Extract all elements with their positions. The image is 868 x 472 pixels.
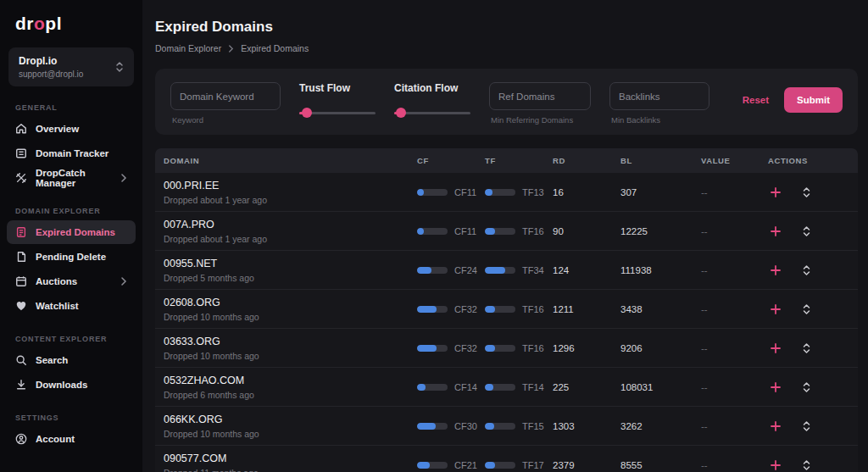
keyword-input[interactable]	[170, 82, 281, 110]
sidebar-item-auctions[interactable]: Auctions	[7, 269, 136, 293]
value-cell: --	[701, 265, 768, 275]
pending-delete-file-icon	[15, 251, 27, 263]
bl-value: 3262	[620, 421, 701, 431]
keyword-helper: Keyword	[170, 115, 281, 125]
tf-bar	[485, 423, 515, 430]
page-title: Expired Domains	[155, 19, 858, 36]
domain-dropped-text: Dropped about 1 year ago	[164, 234, 417, 244]
sidebar-item-expired-domains[interactable]: Expired Domains	[7, 220, 136, 244]
table-row: 007A.PRO Dropped about 1 year ago CF11 T…	[155, 212, 858, 251]
tf-bar-fill	[485, 423, 494, 430]
tf-bar	[485, 306, 515, 313]
cf-label: CF32	[454, 343, 477, 353]
backlinks-filter: Min Backlinks	[609, 82, 709, 125]
domain-name[interactable]: 007A.PRO	[164, 219, 417, 230]
expand-row-button[interactable]	[800, 263, 813, 278]
add-domain-button[interactable]	[768, 224, 783, 239]
value-cell: --	[701, 460, 768, 470]
citation-flow-slider-thumb[interactable]	[396, 108, 406, 118]
sidebar-item-watchlist[interactable]: Watchlist	[7, 294, 136, 318]
cf-bar	[417, 306, 448, 313]
sidebar-item-downloads[interactable]: Downloads	[7, 373, 136, 397]
ref-domains-filter: Min Referring Domains	[489, 82, 591, 125]
tf-cell: TF13	[485, 187, 553, 197]
add-domain-button[interactable]	[768, 380, 783, 395]
breadcrumb-parent[interactable]: Domain Explorer	[155, 43, 221, 53]
col-header-actions: ACTIONS	[768, 156, 849, 165]
backlinks-helper: Min Backlinks	[609, 115, 709, 125]
actions-cell	[768, 458, 849, 472]
domain-name[interactable]: 066KK.ORG	[164, 414, 417, 425]
domain-dropped-text: Dropped 6 months ago	[164, 390, 417, 400]
cf-bar-fill	[417, 384, 426, 391]
sidebar-item-account[interactable]: Account	[7, 427, 136, 451]
backlinks-input[interactable]	[609, 82, 709, 110]
domain-cell: 00955.NET Dropped 5 months ago	[164, 258, 417, 283]
add-domain-button[interactable]	[768, 185, 783, 200]
add-domain-button[interactable]	[768, 302, 783, 317]
sidebar-item-label: Watchlist	[36, 301, 79, 311]
cf-bar-fill	[417, 462, 430, 469]
expand-row-button[interactable]	[800, 380, 813, 395]
reset-button[interactable]: Reset	[743, 95, 769, 105]
cf-cell: CF24	[417, 265, 485, 275]
domain-name[interactable]: 000.PRI.EE	[164, 180, 417, 192]
trust-flow-slider[interactable]	[299, 108, 376, 118]
actions-cell	[768, 302, 849, 317]
add-domain-button[interactable]	[768, 341, 783, 356]
account-switcher[interactable]: Dropl.io support@dropl.io	[8, 47, 134, 86]
cf-bar	[417, 345, 448, 352]
tf-cell: TF16	[485, 343, 553, 353]
sidebar: dropl Dropl.io support@dropl.io GENERAL …	[0, 0, 142, 472]
domain-cell: 03633.ORG Dropped 10 months ago	[164, 336, 417, 361]
expand-row-button[interactable]	[800, 302, 813, 317]
filter-bar: Keyword Trust Flow Citation Flow Min Ref…	[155, 69, 858, 135]
sidebar-item-label: Domain Tracker	[36, 148, 108, 158]
expand-row-button[interactable]	[800, 458, 813, 472]
sidebar-item-overview[interactable]: Overview	[7, 117, 136, 141]
actions-cell	[768, 224, 849, 239]
expand-row-button[interactable]	[800, 185, 813, 200]
cf-bar-fill	[417, 267, 431, 274]
domain-name[interactable]: 03633.ORG	[164, 336, 417, 347]
add-domain-button[interactable]	[768, 419, 783, 434]
expand-row-button[interactable]	[800, 224, 813, 239]
expand-row-button[interactable]	[800, 341, 813, 356]
domain-cell: 090577.COM Dropped 11 months ago	[164, 453, 417, 472]
citation-flow-filter: Citation Flow	[394, 82, 470, 118]
col-header-cf: CF	[417, 156, 485, 165]
bl-value: 111938	[620, 265, 701, 275]
expand-row-button[interactable]	[800, 419, 813, 434]
add-domain-button[interactable]	[768, 263, 783, 278]
sidebar-item-dropcatch-manager[interactable]: DropCatch Manager	[7, 166, 136, 190]
domain-dropped-text: Dropped 10 months ago	[164, 351, 417, 361]
domain-name[interactable]: 02608.ORG	[164, 297, 417, 308]
sidebar-item-domain-tracker[interactable]: Domain Tracker	[7, 142, 136, 165]
account-info: Dropl.io support@dropl.io	[19, 55, 83, 79]
bl-value: 8555	[620, 460, 701, 470]
cf-bar	[417, 228, 448, 235]
tf-bar	[485, 189, 515, 196]
sidebar-item-label: Overview	[36, 124, 79, 134]
citation-flow-slider[interactable]	[394, 108, 470, 118]
chevron-right-icon	[228, 45, 234, 53]
tf-cell: TF15	[485, 421, 553, 431]
breadcrumb-current: Expired Domains	[241, 43, 309, 53]
domain-name[interactable]: 00955.NET	[164, 258, 417, 269]
tf-cell: TF14	[485, 382, 553, 392]
search-icon	[15, 354, 27, 366]
cf-label: CF11	[454, 226, 476, 236]
cf-bar	[417, 462, 448, 469]
table-row: 0532ZHAO.COM Dropped 6 months ago CF14 T…	[155, 368, 858, 407]
domain-name[interactable]: 090577.COM	[164, 453, 417, 464]
download-icon	[15, 379, 27, 391]
domain-name[interactable]: 0532ZHAO.COM	[164, 375, 417, 386]
tf-label: TF15	[522, 421, 544, 431]
trust-flow-slider-thumb[interactable]	[302, 108, 312, 118]
add-domain-button[interactable]	[768, 458, 783, 472]
sidebar-item-pending-delete[interactable]: Pending Delete	[7, 245, 136, 269]
sidebar-item-search[interactable]: Search	[7, 348, 136, 372]
submit-button[interactable]: Submit	[784, 87, 843, 113]
ref-domains-input[interactable]	[489, 82, 591, 110]
heart-icon	[15, 300, 27, 312]
